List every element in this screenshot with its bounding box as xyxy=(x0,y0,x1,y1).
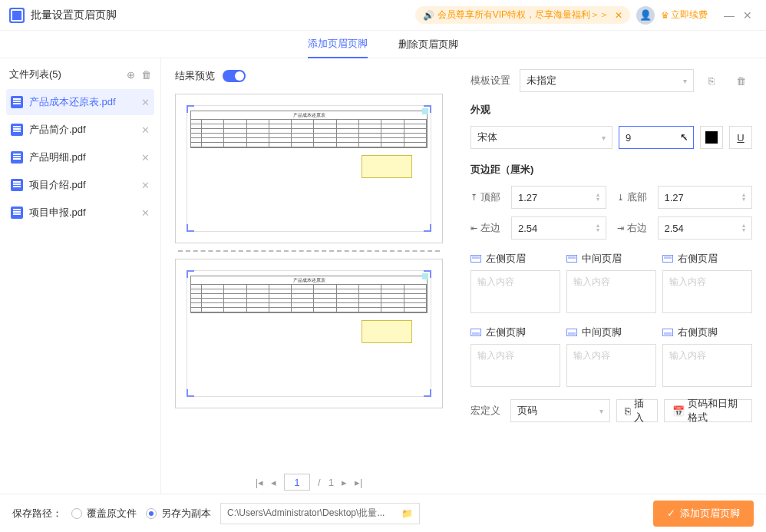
size-value: 9 xyxy=(626,132,631,144)
footer-center-input[interactable]: 输入内容 xyxy=(566,344,656,387)
spin-down-icon[interactable]: ▾ xyxy=(596,197,599,202)
insert-macro-button[interactable]: ⎘插入 xyxy=(616,399,658,422)
saveas-label: 另存为副本 xyxy=(161,507,211,520)
template-value: 未指定 xyxy=(527,74,556,88)
format-label: 页码和日期格式 xyxy=(688,397,744,425)
saveas-radio[interactable]: 另存为副本 xyxy=(146,507,211,520)
vip-banner[interactable]: 🔊 会员尊享所有VIP特权，尽享海量福利＞＞ ✕ xyxy=(415,6,630,24)
chevron-down-icon: ▾ xyxy=(599,407,603,415)
footer: 保存路径： 覆盖原文件 另存为副本 C:\Users\Administrator… xyxy=(0,494,766,532)
right-label: ⇥右边 xyxy=(617,221,647,235)
footer-right-label: 右侧页脚 xyxy=(662,325,752,339)
size-select[interactable]: 9▾↖ xyxy=(619,126,694,149)
top-value: 1.27 xyxy=(518,192,537,203)
color-button[interactable] xyxy=(700,126,723,149)
add-file-icon[interactable]: ⊕ xyxy=(127,69,135,81)
file-remove-icon[interactable]: ✕ xyxy=(141,152,150,164)
file-name: 项目申报.pdf xyxy=(29,206,141,220)
file-item[interactable]: 项目申报.pdf ✕ xyxy=(6,200,154,226)
file-name: 产品成本还原表.pdf xyxy=(29,95,141,109)
avatar[interactable]: 👤 xyxy=(636,6,655,25)
delete-template-icon[interactable]: 🗑 xyxy=(729,69,752,92)
header-right-label: 右侧页眉 xyxy=(662,252,752,266)
left-margin-input[interactable]: 2.54▴▾ xyxy=(511,216,606,240)
next-page-icon[interactable]: ▸ xyxy=(342,477,347,488)
right-margin-icon: ⇥ xyxy=(617,223,624,233)
file-name: 项目介绍.pdf xyxy=(29,178,141,192)
appearance-label: 外观 xyxy=(470,103,752,117)
top-margin-input[interactable]: 1.27▴▾ xyxy=(511,186,606,209)
header-right-input[interactable]: 输入内容 xyxy=(662,270,752,313)
format-button[interactable]: 📅页码和日期格式 xyxy=(664,399,752,422)
preview-toggle[interactable] xyxy=(223,70,246,82)
footer-icon xyxy=(566,329,577,336)
macro-value: 页码 xyxy=(517,404,537,418)
chevron-down-icon: ▾ xyxy=(683,77,687,85)
footer-left-input[interactable]: 输入内容 xyxy=(470,344,560,387)
calendar-icon: 📅 xyxy=(672,405,685,417)
file-name: 产品简介.pdf xyxy=(29,123,141,137)
header-left-input[interactable]: 输入内容 xyxy=(470,270,560,313)
last-page-icon[interactable]: ▸| xyxy=(355,477,362,488)
bottom-margin-input[interactable]: 1.27▴▾ xyxy=(658,186,753,209)
close-button[interactable]: ✕ xyxy=(738,9,757,21)
tab-add[interactable]: 添加页眉页脚 xyxy=(308,31,368,58)
page-total: 1 xyxy=(329,477,334,488)
footer-left-label: 左侧页脚 xyxy=(470,325,560,339)
sticky-note xyxy=(362,155,412,178)
first-page-icon[interactable]: |◂ xyxy=(256,477,263,488)
doc-title: 产品成本还原表 xyxy=(191,111,427,120)
spin-down-icon[interactable]: ▾ xyxy=(742,197,745,202)
minimize-button[interactable]: — xyxy=(720,9,738,21)
left-label: ⇤左边 xyxy=(470,221,500,235)
file-item[interactable]: 产品简介.pdf ✕ xyxy=(6,117,154,143)
file-item[interactable]: 产品成本还原表.pdf ✕ xyxy=(6,89,154,115)
overwrite-label: 覆盖原文件 xyxy=(87,507,137,520)
macro-label: 宏定义 xyxy=(470,404,504,418)
overwrite-radio[interactable]: 覆盖原文件 xyxy=(71,507,137,520)
font-select[interactable]: 宋体▾ xyxy=(470,126,612,149)
preview-head: 结果预览 xyxy=(175,69,443,83)
file-item[interactable]: 产品明细.pdf ✕ xyxy=(6,144,154,170)
page-input[interactable] xyxy=(284,474,310,491)
file-remove-icon[interactable]: ✕ xyxy=(141,207,150,219)
check-icon: ✓ xyxy=(667,507,675,519)
speaker-icon: 🔊 xyxy=(423,10,434,21)
renew-link[interactable]: ♛立即续费 xyxy=(661,8,708,21)
file-remove-icon[interactable]: ✕ xyxy=(141,97,150,108)
document-table: 产品成本还原表 xyxy=(190,276,428,313)
folder-icon[interactable]: 📁 xyxy=(401,508,413,519)
file-remove-icon[interactable]: ✕ xyxy=(141,180,150,191)
right-margin-input[interactable]: 2.54▴▾ xyxy=(658,216,753,240)
header-center-input[interactable]: 输入内容 xyxy=(566,270,656,313)
vip-close-icon[interactable]: ✕ xyxy=(615,10,622,21)
margins-label: 页边距（厘米) xyxy=(470,163,752,177)
template-select[interactable]: 未指定▾ xyxy=(520,69,694,92)
bottom-margin-icon: ⤓ xyxy=(617,193,624,203)
tab-remove[interactable]: 删除页眉页脚 xyxy=(398,31,458,58)
footer-right-input[interactable]: 输入内容 xyxy=(662,344,752,387)
file-remove-icon[interactable]: ✕ xyxy=(141,124,150,136)
doc-title: 产品成本还原表 xyxy=(191,276,427,285)
bottom-value: 1.27 xyxy=(665,192,684,203)
preview-page: 产品成本还原表 xyxy=(175,259,443,408)
path-value: C:\Users\Administrator\Desktop\批量... xyxy=(227,507,397,520)
spin-down-icon[interactable]: ▾ xyxy=(742,228,745,233)
top-label: ⤒顶部 xyxy=(470,190,500,204)
sidebar-head: 文件列表(5) ⊕ 🗑 xyxy=(6,68,154,81)
preview-label: 结果预览 xyxy=(175,69,215,83)
path-input[interactable]: C:\Users\Administrator\Desktop\批量...📁 xyxy=(220,503,420,524)
underline-button[interactable]: U xyxy=(729,126,752,149)
file-item[interactable]: 项目介绍.pdf ✕ xyxy=(6,172,154,198)
prev-page-icon[interactable]: ◂ xyxy=(271,477,276,488)
font-value: 宋体 xyxy=(477,131,497,144)
apply-button[interactable]: ✓添加页眉页脚 xyxy=(653,501,754,527)
trash-icon[interactable]: 🗑 xyxy=(141,69,151,81)
spin-down-icon[interactable]: ▾ xyxy=(596,228,599,233)
preview-page: 产品成本还原表 xyxy=(175,94,443,243)
left-value: 2.54 xyxy=(518,223,537,234)
header-center-label: 中间页眉 xyxy=(566,252,656,266)
macro-select[interactable]: 页码▾ xyxy=(510,399,610,422)
template-label: 模板设置 xyxy=(470,74,513,88)
save-template-icon[interactable]: ⎘ xyxy=(700,69,723,92)
